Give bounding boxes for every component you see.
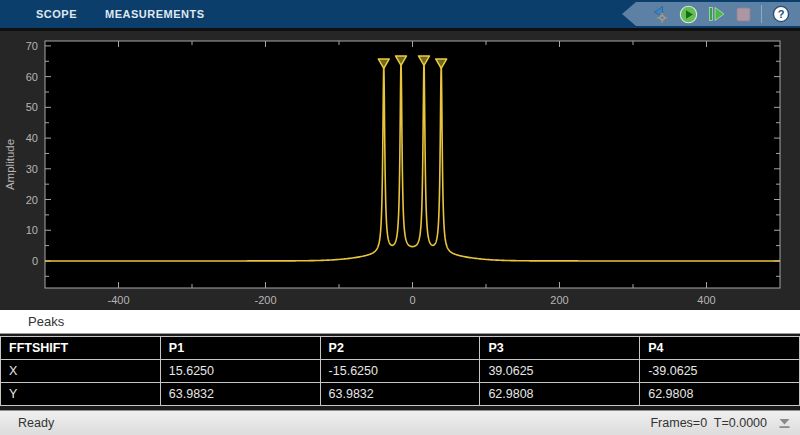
y-tick-label: 10 <box>26 224 38 236</box>
peaks-table: FFTSHIFT P1 P2 P3 P4 X 15.6250 -15.6250 … <box>0 336 800 406</box>
cell-y-p2: 63.9832 <box>320 383 480 406</box>
cell-y-p1: 63.9832 <box>160 383 320 406</box>
playback-toolbar: ? <box>622 2 800 26</box>
y-tick-label: 0 <box>32 255 38 267</box>
y-tick-label: 20 <box>26 194 38 206</box>
peaks-panel-title: Peaks <box>28 314 64 329</box>
cell-y-p3: 62.9808 <box>480 383 640 406</box>
table-header-row: FFTSHIFT P1 P2 P3 P4 <box>1 337 800 360</box>
status-ready: Ready <box>18 416 54 430</box>
help-glyph: ? <box>778 8 785 20</box>
status-bar: Ready Frames=0 T=0.0000 <box>0 410 800 435</box>
help-icon[interactable]: ? <box>772 5 790 23</box>
run-icon[interactable] <box>679 5 698 24</box>
table-row-y: Y 63.9832 63.9832 62.9808 62.9808 <box>1 383 800 406</box>
plot-canvas[interactable]: -400-2000200400010203040506070Amplitude <box>0 31 800 310</box>
step-back-icon[interactable] <box>649 4 669 24</box>
step-forward-icon[interactable] <box>708 5 726 23</box>
stop-icon[interactable] <box>736 7 751 22</box>
table-row-x: X 15.6250 -15.6250 39.0625 -39.0625 <box>1 360 800 383</box>
plot-box <box>45 41 780 288</box>
col-header-fftshift: FFTSHIFT <box>1 337 161 360</box>
cell-x-p1: 15.6250 <box>160 360 320 383</box>
x-tick-label: 400 <box>697 294 715 306</box>
col-header-p2: P2 <box>320 337 480 360</box>
toolbar-separator <box>761 5 762 23</box>
cell-x-p2: -15.6250 <box>320 360 480 383</box>
tab-measurements[interactable]: MEASUREMENTS <box>91 0 219 28</box>
col-header-p3: P3 <box>480 337 640 360</box>
x-tick-label: -400 <box>107 294 129 306</box>
y-tick-label: 50 <box>26 101 38 113</box>
scope-window: SCOPE MEASUREMENTS <box>0 0 800 435</box>
y-tick-label: 40 <box>26 132 38 144</box>
col-header-p4: P4 <box>640 337 800 360</box>
row-label-x: X <box>1 360 161 383</box>
tab-scope[interactable]: SCOPE <box>22 0 91 28</box>
peaks-panel-header: Peaks <box>0 310 800 334</box>
toolstrip-tabbar: SCOPE MEASUREMENTS <box>0 0 800 28</box>
col-header-p1: P1 <box>160 337 320 360</box>
cell-x-p4: -39.0625 <box>640 360 800 383</box>
status-frames-time: Frames=0 T=0.0000 <box>650 416 767 430</box>
y-tick-label: 60 <box>26 71 38 83</box>
dock-icon[interactable] <box>777 417 792 430</box>
peaks-table-wrap: FFTSHIFT P1 P2 P3 P4 X 15.6250 -15.6250 … <box>0 334 800 410</box>
y-axis-label: Amplitude <box>4 139 16 190</box>
row-label-y: Y <box>1 383 161 406</box>
x-tick-label: 0 <box>409 294 415 306</box>
figure-area: -400-2000200400010203040506070Amplitude <box>0 28 800 310</box>
y-tick-label: 70 <box>26 40 38 52</box>
x-tick-label: 200 <box>550 294 568 306</box>
cell-x-p3: 39.0625 <box>480 360 640 383</box>
cell-y-p4: 62.9808 <box>640 383 800 406</box>
y-tick-label: 30 <box>26 163 38 175</box>
x-tick-label: -200 <box>254 294 276 306</box>
